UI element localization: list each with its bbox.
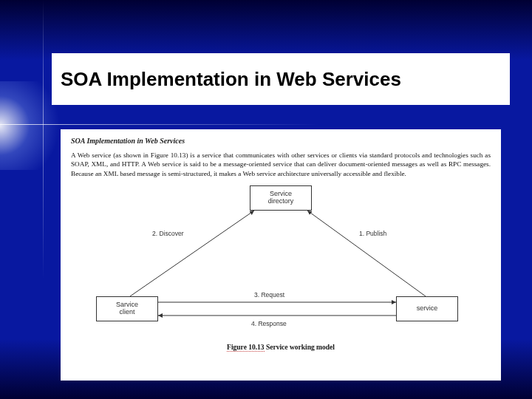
diagram-node-client: Sarvice client: [96, 296, 158, 321]
edge-label-response: 4. Response: [251, 320, 287, 327]
flare-line-vertical: [43, 0, 44, 399]
figure-caption: Figure 10.13 Service working model: [71, 344, 491, 351]
flare-line-horizontal: [0, 124, 532, 125]
slide-title: SOA Implementation in Web Services: [61, 68, 401, 91]
figure-caption-label: Figure 10.13: [227, 344, 265, 352]
node-label: service: [417, 305, 438, 313]
svg-line-1: [130, 211, 254, 296]
figure-caption-text: Service working model: [265, 344, 335, 351]
diagram-node-directory: Service directory: [250, 185, 312, 211]
edge-label-discover: 2. Discover: [152, 230, 184, 237]
content-subheading: SOA Implementation in Web Services: [71, 137, 491, 145]
edge-label-request: 3. Request: [254, 291, 284, 299]
diagram-node-service: service: [396, 296, 458, 321]
slide-content: SOA Implementation in Web Services A Web…: [61, 129, 501, 381]
slide-title-box: SOA Implementation in Web Services: [52, 53, 510, 105]
svg-line-0: [307, 211, 426, 296]
edge-label-publish: 1. Publish: [359, 230, 386, 237]
node-label: Service directory: [268, 191, 294, 205]
node-label: Sarvice client: [116, 301, 138, 316]
service-working-model-diagram: Service directory Sarvice client service…: [71, 185, 491, 341]
content-body: A Web service (as shown in Figure 10.13)…: [71, 151, 491, 178]
